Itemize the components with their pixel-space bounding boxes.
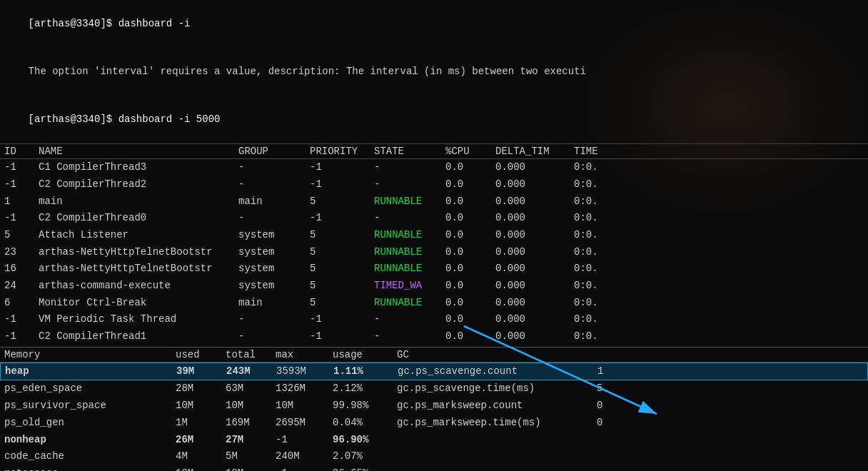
thread-state: RUNNABLE (374, 295, 445, 311)
gc-value (597, 466, 640, 471)
thread-row: 5 Attach Listener system 5 RUNNABLE 0.0 … (0, 227, 868, 244)
thread-time: 0:0. (574, 160, 617, 176)
mem-total: 10M (226, 398, 276, 414)
mem-usage: 96.90% (333, 432, 397, 448)
mem-name: nonheap (4, 432, 176, 448)
mem-used: 4M (176, 449, 226, 465)
thread-delta: 0.000 (495, 278, 574, 294)
gc-value: 5 (597, 381, 640, 397)
thread-group: - (238, 312, 310, 328)
thread-cpu: 0.0 (445, 295, 495, 311)
thread-cpu: 0.0 (445, 194, 495, 210)
prompt-line-2: [arthas@3340]$ dashboard -i 5000 (0, 96, 868, 143)
thread-name: arthas-NettyHttpTelnetBootstr (39, 245, 238, 260)
mem-used: 10M (176, 398, 226, 414)
thread-delta: 0.000 (495, 194, 574, 210)
thread-cpu: 0.0 (445, 245, 495, 260)
thread-delta: 0.000 (495, 261, 574, 277)
thread-priority: 5 (310, 194, 374, 210)
col-header-priority: PRIORITY (310, 146, 374, 157)
thread-id: 1 (4, 194, 39, 210)
memory-table-body: heap 39M 243M 3593M 1.11% gc.ps_scavenge… (0, 363, 868, 471)
col-header-gc: GC (397, 349, 597, 360)
thread-delta: 0.000 (495, 312, 574, 328)
mem-max: 2695M (276, 415, 333, 431)
mem-usage: 99.98% (333, 398, 397, 414)
thread-delta: 0.000 (495, 295, 574, 311)
thread-state: RUNNABLE (374, 194, 445, 210)
thread-time: 0:0. (574, 211, 617, 226)
mem-used: 28M (176, 381, 226, 397)
thread-id: 5 (4, 228, 39, 243)
thread-time: 0:0. (574, 228, 617, 243)
mem-max: 10M (276, 398, 333, 414)
memory-row: heap 39M 243M 3593M 1.11% gc.ps_scavenge… (0, 363, 868, 381)
col-header-total: total (226, 349, 276, 360)
thread-priority: 5 (310, 245, 374, 260)
thread-state: - (374, 177, 445, 193)
thread-row: -1 C2 CompilerThread2 - -1 - 0.0 0.000 0… (0, 176, 868, 193)
thread-state: - (374, 329, 445, 345)
memory-row: metaspace 19M 19M -1 96.65% (0, 465, 868, 471)
thread-priority: -1 (310, 160, 374, 176)
col-header-state: STATE (374, 146, 445, 157)
thread-id: -1 (4, 211, 39, 226)
thread-cpu: 0.0 (445, 261, 495, 277)
thread-cpu: 0.0 (445, 211, 495, 226)
thread-cpu: 0.0 (445, 329, 495, 345)
mem-total: 169M (226, 415, 276, 431)
thread-id: -1 (4, 177, 39, 193)
thread-row: -1 C2 CompilerThread0 - -1 - 0.0 0.000 0… (0, 210, 868, 227)
thread-state: - (374, 211, 445, 226)
thread-group: system (238, 245, 310, 260)
memory-row: nonheap 26M 27M -1 96.90% (0, 432, 868, 449)
gc-name (397, 466, 597, 471)
thread-time: 0:0. (574, 177, 617, 193)
thread-id: 16 (4, 261, 39, 277)
mem-usage: 0.04% (333, 415, 397, 431)
mem-total: 27M (226, 432, 276, 448)
thread-group: - (238, 329, 310, 345)
thread-group: - (238, 211, 310, 226)
mem-usage: 2.07% (333, 449, 397, 465)
thread-name: arthas-NettyHttpTelnetBootstr (39, 261, 238, 277)
thread-priority: -1 (310, 177, 374, 193)
mem-name: ps_survivor_space (4, 398, 176, 414)
thread-state: RUNNABLE (374, 245, 445, 260)
mem-max: 240M (276, 449, 333, 465)
thread-row: -1 C1 CompilerThread3 - -1 - 0.0 0.000 0… (0, 159, 868, 176)
thread-row: 24 arthas-command-execute system 5 TIMED… (0, 278, 868, 295)
terminal: [arthas@3340]$ dashboard -i The option '… (0, 0, 868, 471)
thread-group: system (238, 228, 310, 243)
mem-max: 3593M (276, 364, 333, 380)
thread-state: RUNNABLE (374, 261, 445, 277)
thread-id: -1 (4, 312, 39, 328)
col-header-group: GROUP (238, 146, 310, 157)
mem-total: 243M (226, 364, 276, 380)
gc-name (397, 432, 597, 448)
gc-name: gc.ps_scavenge.count (398, 364, 597, 380)
thread-time: 0:0. (574, 261, 617, 277)
thread-table-header: ID NAME GROUP PRIORITY STATE %CPU DELTA_… (0, 143, 868, 159)
thread-time: 0:0. (574, 329, 617, 345)
col-header-delta: DELTA_TIM (495, 146, 574, 157)
col-header-usage: usage (333, 349, 397, 360)
thread-id: -1 (4, 329, 39, 345)
gc-value: 0 (597, 398, 640, 414)
thread-state: - (374, 312, 445, 328)
thread-row: -1 C2 CompilerThread1 - -1 - 0.0 0.000 0… (0, 328, 868, 345)
thread-cpu: 0.0 (445, 228, 495, 243)
memory-row: code_cache 4M 5M 240M 2.07% (0, 448, 868, 465)
thread-table-body: -1 C1 CompilerThread3 - -1 - 0.0 0.000 0… (0, 159, 868, 345)
gc-value: 1 (597, 364, 640, 380)
prompt-line-1: [arthas@3340]$ dashboard -i (0, 0, 868, 48)
thread-delta: 0.000 (495, 211, 574, 226)
mem-max: -1 (276, 432, 333, 448)
thread-time: 0:0. (574, 278, 617, 294)
mem-name: metaspace (4, 466, 176, 471)
thread-name: C1 CompilerThread3 (39, 160, 238, 176)
mem-used: 39M (176, 364, 226, 380)
thread-row: 16 arthas-NettyHttpTelnetBootstr system … (0, 260, 868, 278)
col-header-id: ID (4, 146, 39, 157)
thread-row: 23 arthas-NettyHttpTelnetBootstr system … (0, 244, 868, 261)
